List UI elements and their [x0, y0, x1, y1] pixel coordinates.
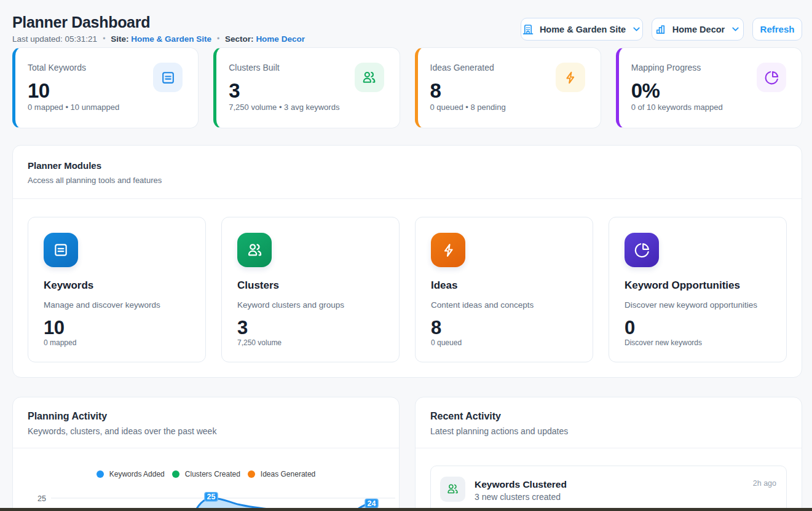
svg-text:25: 25 [37, 494, 46, 503]
svg-text:24: 24 [368, 499, 376, 508]
svg-text:25: 25 [207, 493, 216, 501]
